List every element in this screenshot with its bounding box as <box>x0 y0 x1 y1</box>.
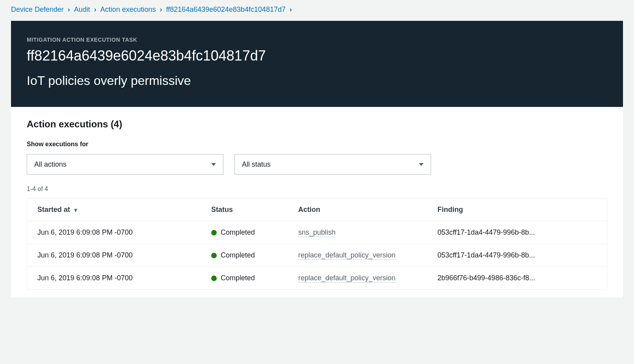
chevron-right-icon: › <box>68 6 70 14</box>
cell-status: Completed <box>201 221 288 244</box>
cell-finding: 053cff17-1da4-4479-996b-8b... <box>427 244 607 267</box>
status-text: Completed <box>221 228 255 237</box>
status-text: Completed <box>221 251 255 259</box>
status-filter-value: All status <box>242 160 271 169</box>
cell-finding: 2b966f76-b499-4986-836c-f8... <box>427 267 607 290</box>
filter-label: Show executions for <box>27 141 607 148</box>
cell-started-at: Jun 6, 2019 6:09:08 PM -0700 <box>27 221 201 244</box>
table-row: Jun 6, 2019 6:09:08 PM -0700 Completed r… <box>27 244 607 267</box>
col-header-label: Started at <box>37 206 70 213</box>
executions-panel: Action executions (4) Show executions fo… <box>11 107 623 298</box>
col-header-action[interactable]: Action <box>288 199 427 221</box>
caret-down-icon <box>211 163 216 166</box>
filters-row: All actions All status <box>27 154 607 175</box>
finding-text: 053cff17-1da4-4479-996b-8b... <box>437 251 571 259</box>
breadcrumb-device-defender[interactable]: Device Defender <box>11 6 64 14</box>
col-header-finding[interactable]: Finding <box>427 199 607 221</box>
table-row: Jun 6, 2019 6:09:08 PM -0700 Completed r… <box>27 267 607 290</box>
status-success-icon <box>211 253 217 258</box>
finding-text: 2b966f76-b499-4986-836c-f8... <box>437 274 571 282</box>
page-title: ff82164a6439e6024e83b4fc104817d7 <box>27 48 607 64</box>
actions-filter-value: All actions <box>34 160 66 169</box>
actions-filter-select[interactable]: All actions <box>27 154 223 175</box>
header-eyebrow: MITIGATION ACTION EXECUTION TASK <box>27 37 607 43</box>
cell-status: Completed <box>201 267 288 290</box>
cell-started-at: Jun 6, 2019 6:09:08 PM -0700 <box>27 267 201 290</box>
table-header-row: Started at ▾ Status Action Finding <box>27 199 607 221</box>
action-link[interactable]: sns_publish <box>298 228 335 237</box>
chevron-right-icon: › <box>289 6 292 14</box>
chevron-right-icon: › <box>160 6 162 14</box>
status-text: Completed <box>221 274 255 282</box>
finding-text: 053cff17-1da4-4479-996b-8b... <box>437 228 571 237</box>
cell-status: Completed <box>201 244 288 267</box>
pagination-count: 1-4 of 4 <box>27 186 607 193</box>
action-link[interactable]: replace_default_policy_version <box>298 251 395 260</box>
action-link[interactable]: replace_default_policy_version <box>298 274 395 283</box>
page-header: MITIGATION ACTION EXECUTION TASK ff82164… <box>11 21 623 107</box>
status-filter-select[interactable]: All status <box>234 154 431 175</box>
page-subtitle: IoT policies overly permissive <box>27 74 607 88</box>
executions-table: Started at ▾ Status Action Finding Jun 6… <box>27 198 607 290</box>
cell-action: replace_default_policy_version <box>288 267 427 290</box>
status-success-icon <box>211 276 217 281</box>
cell-finding: 053cff17-1da4-4479-996b-8b... <box>427 221 607 244</box>
col-header-started-at[interactable]: Started at ▾ <box>27 199 201 221</box>
breadcrumb-audit[interactable]: Audit <box>74 6 90 14</box>
cell-action: replace_default_policy_version <box>288 244 427 267</box>
breadcrumb-task-id[interactable]: ff82164a6439e6024e83b4fc104817d7 <box>166 6 286 14</box>
cell-action: sns_publish <box>288 221 427 244</box>
table-row: Jun 6, 2019 6:09:08 PM -0700 Completed s… <box>27 221 607 244</box>
status-success-icon <box>211 230 217 235</box>
col-header-status[interactable]: Status <box>201 199 288 221</box>
breadcrumb-action-executions[interactable]: Action executions <box>100 6 156 14</box>
breadcrumb: Device Defender › Audit › Action executi… <box>0 0 634 21</box>
chevron-right-icon: › <box>94 6 96 14</box>
caret-down-icon <box>419 163 424 166</box>
chevron-down-icon: ▾ <box>74 207 77 213</box>
main-card: MITIGATION ACTION EXECUTION TASK ff82164… <box>11 21 623 298</box>
panel-title: Action executions (4) <box>27 119 607 130</box>
cell-started-at: Jun 6, 2019 6:09:08 PM -0700 <box>27 244 201 267</box>
